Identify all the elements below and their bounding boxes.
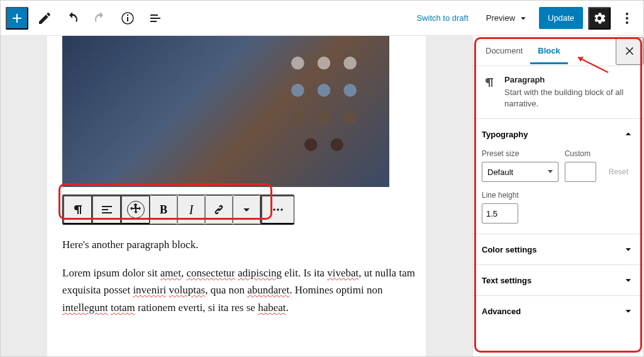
- chevron-down-icon: [239, 202, 254, 217]
- outline-button[interactable]: [144, 7, 167, 30]
- svg-point-4: [626, 17, 628, 20]
- preview-label: Preview: [486, 13, 515, 23]
- block-more-button[interactable]: [261, 195, 294, 224]
- svg-rect-2: [127, 14, 128, 16]
- line-height-label: Line height: [482, 191, 635, 200]
- reset-size-button[interactable]: Reset: [602, 162, 635, 182]
- add-block-button[interactable]: [6, 7, 28, 30]
- ellipsis-icon: [270, 202, 286, 217]
- edit-mode-button[interactable]: [33, 7, 56, 30]
- italic-icon: I: [189, 203, 194, 217]
- settings-sidebar: Document Block Paragraph Start with the …: [472, 36, 643, 356]
- preset-size-select[interactable]: Default: [482, 162, 558, 182]
- more-format-button[interactable]: [233, 195, 260, 224]
- svg-rect-1: [127, 17, 128, 21]
- tab-document[interactable]: Document: [478, 37, 530, 64]
- svg-point-8: [280, 208, 283, 211]
- undo-icon: [65, 11, 80, 26]
- panel-text: Text settings: [473, 265, 643, 296]
- update-button[interactable]: Update: [539, 7, 583, 29]
- redo-button[interactable]: [89, 7, 111, 30]
- move-button[interactable]: [121, 195, 150, 224]
- plus-icon: [9, 11, 25, 26]
- gear-icon: [592, 11, 607, 26]
- bold-button[interactable]: B: [150, 195, 177, 224]
- canvas[interactable]: B I: [47, 36, 426, 356]
- svg-point-6: [273, 208, 275, 211]
- info-button[interactable]: [116, 7, 139, 30]
- paragraph-block-2[interactable]: Lorem ipsum dolor sit amet, consectetur …: [62, 264, 425, 316]
- italic-button[interactable]: I: [177, 195, 205, 224]
- toolbar-right-group: Switch to draft Preview Update: [409, 7, 638, 30]
- tab-block[interactable]: Block: [530, 37, 567, 64]
- svg-point-3: [626, 13, 628, 15]
- link-button[interactable]: [205, 195, 233, 224]
- chevron-down-icon: [622, 274, 635, 286]
- panel-typography: Typography Preset size Default: [473, 119, 643, 234]
- bold-icon: B: [160, 203, 167, 217]
- list-outline-icon: [148, 11, 163, 26]
- svg-point-5: [626, 21, 628, 24]
- settings-toggle-button[interactable]: [588, 7, 611, 30]
- link-icon: [211, 202, 226, 217]
- editor-frame: Switch to draft Preview Update: [0, 0, 644, 357]
- more-options-button[interactable]: [616, 7, 638, 30]
- info-icon: [120, 11, 135, 26]
- drag-handle-icon: [127, 201, 145, 218]
- block-type-button[interactable]: [63, 195, 92, 224]
- align-button[interactable]: [92, 195, 121, 224]
- top-toolbar: Switch to draft Preview Update: [1, 1, 643, 36]
- image-block[interactable]: [62, 36, 389, 187]
- block-card: Paragraph Start with the building block …: [473, 66, 643, 119]
- paragraph-block-1[interactable]: Here's another paragraph block.: [62, 236, 425, 253]
- chevron-down-icon: [622, 305, 635, 317]
- chevron-up-icon: [622, 128, 635, 140]
- pencil-icon: [37, 11, 52, 26]
- panel-text-toggle[interactable]: Text settings: [473, 265, 643, 295]
- editor-body: B I: [1, 36, 643, 356]
- line-height-input[interactable]: [482, 203, 518, 224]
- switch-to-draft-button[interactable]: Switch to draft: [409, 8, 475, 28]
- close-sidebar-button[interactable]: [616, 37, 643, 65]
- block-toolbar: B I: [62, 195, 294, 225]
- block-card-title: Paragraph: [504, 75, 635, 84]
- close-icon: [623, 44, 636, 58]
- svg-point-7: [277, 208, 279, 211]
- custom-size-label: Custom: [565, 149, 596, 158]
- paragraph-icon: [482, 75, 497, 90]
- chevron-down-icon: [518, 13, 529, 24]
- chevron-down-icon: [622, 243, 635, 256]
- preset-size-label: Preset size: [482, 149, 558, 158]
- block-card-desc: Start with the building block of all nar…: [504, 87, 635, 110]
- panel-advanced: Advanced: [473, 296, 643, 326]
- custom-size-input[interactable]: [565, 162, 596, 182]
- preview-button[interactable]: Preview: [481, 8, 534, 29]
- format-group: B I: [150, 195, 261, 224]
- kebab-icon: [619, 11, 635, 26]
- panel-typography-body: Preset size Default Custom Reset: [473, 149, 643, 234]
- undo-button[interactable]: [61, 7, 84, 30]
- paragraph-icon: [70, 202, 86, 217]
- panel-color-toggle[interactable]: Color settings: [473, 234, 643, 264]
- panel-typography-toggle[interactable]: Typography: [473, 119, 643, 149]
- redo-icon: [92, 11, 108, 26]
- toolbar-left-group: [6, 7, 167, 30]
- align-left-icon: [99, 202, 114, 217]
- panel-color: Color settings: [473, 234, 643, 265]
- canvas-area: B I: [1, 36, 472, 356]
- panel-advanced-toggle[interactable]: Advanced: [473, 296, 643, 326]
- sidebar-tabs: Document Block: [473, 36, 643, 66]
